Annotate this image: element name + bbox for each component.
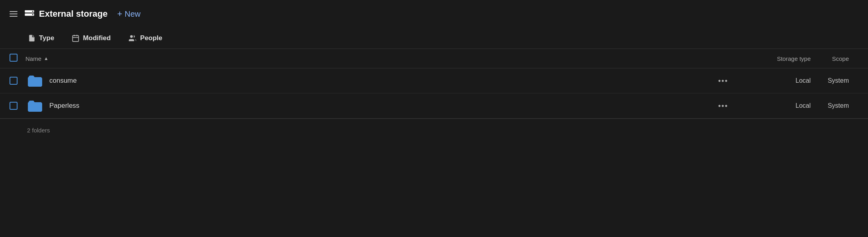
svg-point-3 [32,14,33,15]
title-area: External storage [24,8,107,19]
svg-point-8 [130,35,133,38]
table-row: Paperless ••• Local System [0,93,868,118]
new-button[interactable]: + New [114,7,144,21]
column-name-header[interactable]: Name ▲ [25,55,731,62]
column-scope-header: Scope [811,55,858,62]
plus-icon: + [117,9,122,19]
column-storage-type-header: Storage type [731,55,811,62]
page-title: External storage [39,9,107,19]
filter-modified-button[interactable]: Modified [68,32,115,45]
filter-people-button[interactable]: People [124,32,166,45]
svg-rect-4 [73,35,79,41]
row-2-scope: System [811,102,858,109]
filter-type-label: Type [39,34,54,42]
top-bar: External storage + New [0,0,868,28]
type-icon [28,34,36,42]
filter-bar: Type Modified People [0,28,868,49]
row-1-scope: System [811,77,858,84]
people-icon [128,34,137,42]
table-body: consume ••• Local System Paperless ••• L… [0,68,868,118]
select-all-checkbox[interactable] [10,54,18,62]
row-1-checkbox[interactable] [10,77,18,85]
row-checkbox-wrapper [10,102,25,110]
row-2-storage-type: Local [731,102,811,109]
folder-count: 2 folders [27,127,50,134]
row-1-storage-type: Local [731,77,811,84]
folder-icon-wrapper [25,75,45,87]
row-2-name: Paperless [49,102,715,110]
menu-toggle[interactable] [10,11,18,17]
row-2-more-button[interactable]: ••• [715,102,731,110]
folder-icon [28,75,42,87]
sort-arrow-icon: ▲ [44,56,49,61]
folder-icon [28,100,42,112]
external-storage-icon [24,8,35,19]
header-checkbox-col [10,54,25,63]
row-1-name: consume [49,77,715,85]
new-button-label: New [125,10,140,19]
row-1-more-button[interactable]: ••• [715,77,731,85]
folder-icon-wrapper [25,100,45,112]
filter-modified-label: Modified [83,34,111,42]
column-name-label: Name [25,55,41,62]
filter-type-button[interactable]: Type [24,32,58,45]
footer-row: 2 folders [0,119,868,142]
table-row: consume ••• Local System [0,68,868,93]
row-checkbox-wrapper [10,77,25,85]
filter-people-label: People [140,34,162,42]
table-header: Name ▲ Storage type Scope [0,49,868,68]
row-2-checkbox[interactable] [10,102,18,110]
svg-point-2 [32,11,33,12]
modified-icon [72,34,80,42]
